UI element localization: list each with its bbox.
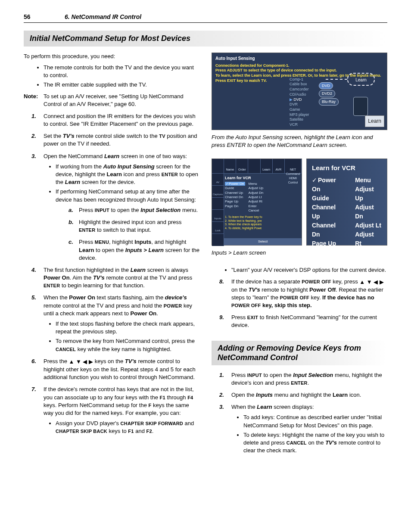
step-5-bullet: If the text stops flashing before the ch…	[56, 320, 199, 336]
step-4: 4. The first function highlighted in the…	[24, 266, 199, 290]
sec2-step-3: 3. When the Learn screen displays: To ad…	[212, 403, 387, 454]
note-label: Note:	[24, 93, 44, 108]
figure-learn-screen: Name Order Learn AVR NET Command HDMI Co…	[212, 159, 302, 246]
section-title-1: Initial NetCommand Setup for Most Device…	[24, 31, 387, 47]
fig1-learn-oval: Learn	[347, 73, 375, 86]
figure-learn-screen-wrap: Name Order Learn AVR NET Command HDMI Co…	[212, 159, 387, 246]
step-3b: b. Highlight the desired input icon and …	[56, 218, 199, 234]
step-2: 2. Set the TV's remote control slide swi…	[24, 132, 199, 148]
fig1-ovals: DVD DVD2 Blu-Ray	[319, 82, 339, 106]
sec2-step-1: 1. Press INPUT to open the Input Selecti…	[212, 371, 387, 387]
left-column: To perform this procedure, you need: The…	[24, 53, 199, 459]
fig1-line: Connections detected for Component-1.	[215, 63, 383, 68]
arrow-keys-icon: ▲ ▼ ◀ ▶	[359, 278, 384, 286]
figure-auto-input-sensing: Auto Input Sensing Connections detected …	[212, 53, 387, 130]
step-8: 8. If the device has a separate POWER OF…	[212, 278, 387, 310]
fig1-dashed-connector	[326, 79, 347, 80]
section-title-2: Adding or Removing Device Keys from NetC…	[212, 341, 387, 365]
step-6: 6. Press the ▲ ▼ ◀ ▶ keys on the TV's re…	[24, 358, 199, 382]
remote-icon	[353, 97, 368, 116]
note-text: To set up an A/V receiver, see "Setting …	[44, 93, 199, 108]
intro-bullet: The remote controls for both the TV and …	[44, 64, 199, 79]
step-3: 3. Open the NetCommand Learn screen in o…	[24, 152, 199, 262]
step-7-bullet-cont: "Learn" your A/V receiver's DSP options …	[231, 266, 387, 274]
step-3-bullet: If working from the Auto Input Sensing s…	[56, 163, 199, 187]
two-column-layout: To perform this procedure, you need: The…	[24, 53, 387, 459]
step-3a: a. Press INPUT to open the Input Selecti…	[56, 206, 199, 214]
step-7-bullet: Assign your DVD player's CHAPTER SKIP FO…	[56, 420, 199, 435]
step-3c: c. Press MENU, highlight Inputs, and hig…	[56, 238, 199, 262]
right-column: Auto Input Sensing Connections detected …	[212, 53, 387, 459]
figure1-caption: From the Auto Input Sensing screen, high…	[212, 134, 387, 149]
step-5-bullet: To remove the key from NetCommand contro…	[56, 337, 199, 353]
fig1-learn-callout: Learn	[365, 115, 384, 127]
sec2-bullet: To add keys: Continue as described earli…	[243, 414, 387, 429]
fig1-title: Auto Input Sensing	[215, 56, 383, 62]
intro-bullet: The IR emitter cable supplied with the T…	[44, 81, 199, 89]
fig1-device-list: Comp-1 Cable box Camcorder CD/Audio ▶ DV…	[290, 77, 309, 128]
step-7-cont-bullets: "Learn" your A/V receiver's DSP options …	[212, 266, 387, 274]
page-number: 56	[24, 13, 65, 22]
intro-bullets: The remote controls for both the TV and …	[24, 64, 199, 89]
sec2-bullet: To delete keys: Highlight the name of th…	[243, 431, 387, 455]
arrow-keys-icon: ▲ ▼ ◀ ▶	[69, 358, 93, 366]
step-7: 7. If the device's remote control has ke…	[24, 386, 199, 435]
section2-steps: 1. Press INPUT to open the Input Selecti…	[212, 371, 387, 455]
steps-list-right: 8. If the device has a separate POWER OF…	[212, 278, 387, 330]
steps-list-left: 1.Connect and position the IR emitters f…	[24, 112, 199, 436]
note: Note: To set up an A/V receiver, see "Se…	[24, 93, 199, 108]
step-1: 1.Connect and position the IR emitters f…	[24, 112, 199, 128]
step-9: 9. Press EXIT to finish NetCommand "lear…	[212, 314, 387, 329]
step-5: 5. When the Power On text starts flashin…	[24, 294, 199, 353]
figure-learn-zoom: Learn for VCR Power On Guide Channel Up …	[306, 159, 387, 246]
sec2-step-2: 2. Open the Inputs menu and highlight th…	[212, 391, 387, 399]
page-header: 56 6. NetCommand IR Control	[24, 13, 387, 23]
intro-line: To perform this procedure, you need:	[24, 53, 199, 60]
step-3-bullet: If performing NetCommand setup at any ti…	[56, 188, 199, 262]
chapter-title: 6. NetCommand IR Control	[65, 13, 141, 22]
